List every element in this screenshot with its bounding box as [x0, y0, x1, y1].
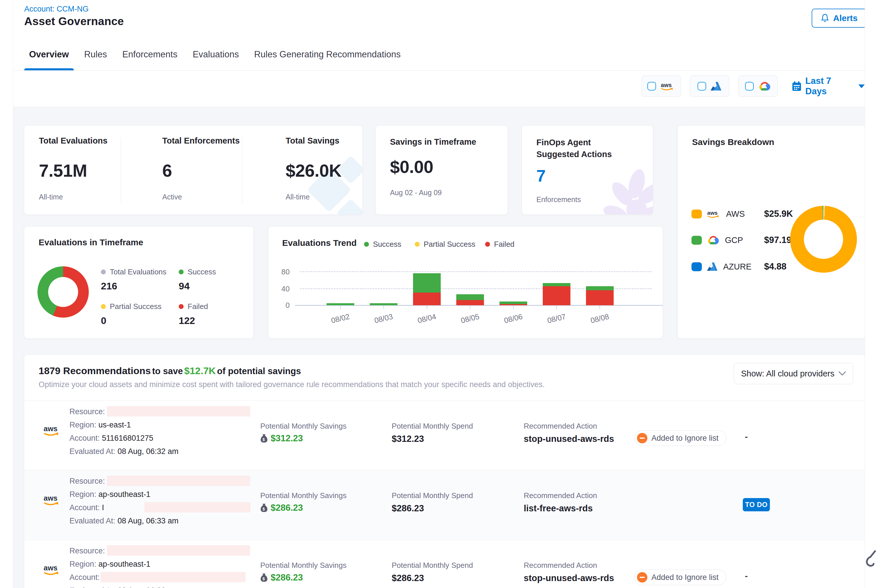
aws-logo-icon: aws: [43, 494, 61, 506]
stat-label: Total Evaluations: [39, 136, 108, 146]
x-axis-tick: [470, 306, 470, 309]
stat-sublabel: Active: [162, 193, 240, 201]
bar-segment-failed: [586, 290, 614, 305]
bar-segment-success: [586, 286, 614, 291]
tab-enforcements[interactable]: Enforcements: [117, 38, 182, 70]
account-field: Account: I: [69, 503, 104, 512]
evaluated-at-field: Evaluated At: 08 Aug, 06:32 am: [69, 586, 178, 588]
action-column-label: Recommended Action: [524, 422, 597, 430]
flower-watermark: [594, 166, 653, 215]
provider-filter-azure[interactable]: [690, 75, 729, 97]
legend-label: Success: [188, 267, 216, 276]
svg-text:aws: aws: [661, 82, 672, 88]
aws-logo-icon: aws: [43, 424, 61, 436]
cloud-provider-filter-dropdown[interactable]: Show: All cloud providers: [734, 363, 853, 384]
redacted-resource-value: [107, 476, 250, 486]
legend-value: 0: [101, 315, 161, 326]
gcp-checkbox[interactable]: [745, 82, 754, 90]
bar-segment-success: [413, 273, 441, 292]
aws-logo-icon: aws: [660, 81, 675, 92]
recommendation-row[interactable]: aws Resource: Region: ap-southeast-1 Acc…: [24, 470, 866, 540]
bar-segment-failed: [413, 292, 441, 305]
account-breadcrumb[interactable]: Account: CCM-NG: [24, 4, 89, 14]
x-axis-tick: [600, 306, 600, 309]
stat-value: $26.0K: [286, 160, 342, 181]
x-axis-tick: [427, 306, 427, 309]
azure-logo-icon: [706, 262, 718, 272]
savings-column-label: Potential Monthly Savings: [260, 491, 346, 500]
stat-sublabel: Aug 02 - Aug 09: [390, 189, 442, 197]
x-axis-tick: [383, 306, 384, 309]
stat-value: $0.00: [390, 157, 433, 177]
savings-value: $ $312.23: [260, 433, 303, 444]
evaluations-trend-bar-chart: [300, 254, 652, 305]
evaluated-at-field: Evaluated At: 08 Aug, 06:33 am: [69, 516, 178, 525]
evaluations-in-timeframe-card: Evaluations in Timeframe Total Evaluatio…: [24, 226, 254, 339]
account-field: Account: 511616801275: [69, 434, 153, 443]
tab-rules[interactable]: Rules: [79, 38, 112, 70]
bar-segment-success: [327, 303, 354, 305]
legend-label: Partial Success: [110, 302, 161, 311]
alerts-button[interactable]: Alerts: [812, 9, 866, 28]
aws-checkbox[interactable]: [647, 82, 656, 90]
donut-hole: [48, 277, 78, 307]
failed-dot: [179, 304, 184, 309]
x-axis-label: 08/03: [374, 312, 394, 326]
redacted-resource-value: [107, 406, 250, 417]
tab-overview[interactable]: Overview: [24, 38, 74, 70]
pencil-edge-icon: [864, 550, 878, 568]
stat-value: 7: [536, 166, 546, 185]
spend-column-label: Potential Monthly Spend: [392, 491, 473, 500]
x-axis-tick: [513, 306, 514, 309]
tab-rules-generating-recommendations[interactable]: Rules Generating Recommendations: [249, 38, 405, 70]
bar-segment-success: [370, 303, 398, 305]
legend-value: 94: [179, 280, 216, 292]
minus-circle-icon: [637, 572, 647, 582]
svg-text:$: $: [262, 576, 265, 581]
stat-label: Savings in Timeframe: [390, 137, 476, 147]
x-axis-label: 08/06: [503, 312, 524, 326]
legend-item-failed: Failed 122: [179, 302, 208, 326]
added-to-ignore-list-badge[interactable]: Added to Ignore list: [634, 570, 726, 585]
savings-column-label: Potential Monthly Savings: [260, 561, 346, 570]
asset-governance-page: Account: CCM-NG Asset Governance Alerts …: [0, 0, 882, 588]
y-axis-tick-80: 80: [273, 267, 290, 276]
azure-checkbox[interactable]: [698, 82, 706, 90]
card-title: Savings Breakdown: [692, 137, 774, 147]
legend-label: AZURE: [723, 262, 758, 272]
tab-evaluations[interactable]: Evaluations: [188, 38, 243, 70]
legend-value: $97.19: [764, 235, 792, 245]
redacted-resource-value: [107, 545, 250, 556]
added-to-ignore-list-badge[interactable]: Added to Ignore list: [634, 430, 726, 446]
recommendation-row[interactable]: aws Resource: Region: ap-southeast-1 Acc…: [24, 540, 866, 588]
finops-agent-card: FinOps Agent Suggested Actions 7 Enforce…: [522, 125, 653, 215]
legend-label: Success: [373, 240, 401, 249]
y-axis-tick-0: 0: [273, 301, 290, 310]
money-bag-icon: $: [260, 434, 268, 443]
evaluations-donut-chart: [38, 266, 89, 318]
recommendation-row[interactable]: aws Resource: Region: us-east-1 Account:…: [24, 401, 866, 470]
chevron-down-icon: [858, 84, 865, 88]
legend-label: AWS: [726, 209, 760, 219]
resource-field: Resource:: [69, 546, 105, 555]
recommendations-count: 1879 Recommendations: [39, 365, 151, 376]
stat-sublabel: Enforcements: [536, 195, 581, 204]
date-range-picker[interactable]: Last 7 Days: [792, 79, 865, 93]
spend-value: $312.23: [392, 434, 424, 444]
account-field: Account:: [69, 573, 100, 582]
svg-text:aws: aws: [44, 564, 57, 572]
aws-swatch: [692, 210, 702, 219]
todo-status-badge[interactable]: TO DO: [743, 498, 770, 512]
card-title: Evaluations Trend: [282, 238, 357, 248]
provider-filter-aws[interactable]: aws: [642, 75, 681, 97]
recommendations-subtitle: Optimize your cloud assets and minimize …: [39, 380, 545, 389]
bar-segment-success: [456, 294, 484, 300]
x-axis-label: 08/05: [460, 312, 480, 326]
legend-value: $4.88: [764, 261, 787, 272]
provider-filter-gcp[interactable]: [738, 75, 778, 97]
resource-field: Resource:: [69, 477, 105, 486]
redacted-account-value: [100, 572, 246, 582]
trend-legend-partial-success: Partial Success: [415, 240, 475, 249]
stat-label: FinOps Agent Suggested Actions: [536, 136, 628, 160]
stat-value: 7.51M: [39, 160, 108, 181]
